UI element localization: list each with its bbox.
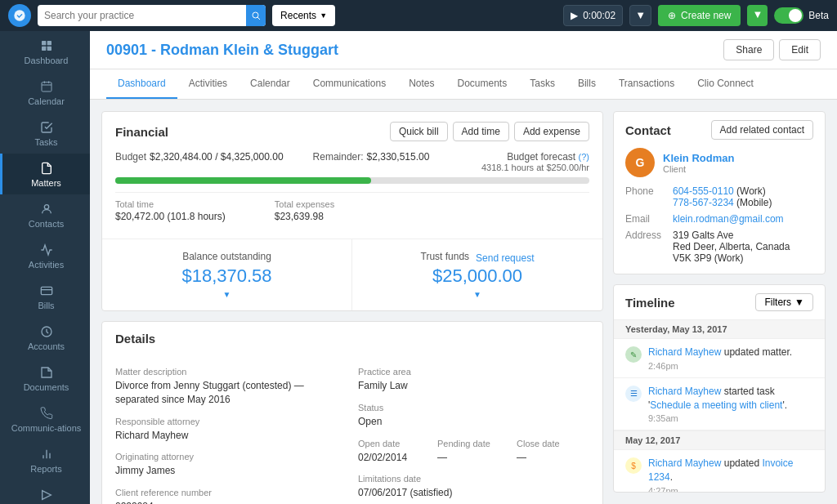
svg-rect-5 xyxy=(42,47,46,51)
tab-activities[interactable]: Activities xyxy=(177,69,239,99)
dates-group: Open date 02/02/2014 Pending date — Clos… xyxy=(358,439,589,465)
sidebar-item-bills[interactable]: Bills xyxy=(0,276,90,317)
beta-toggle-switch[interactable] xyxy=(774,7,803,24)
tab-communications[interactable]: Communications xyxy=(302,69,397,99)
contact-title: Contact xyxy=(625,123,671,137)
timeline-title: Timeline xyxy=(625,296,675,310)
budget-progress-bar xyxy=(115,177,589,184)
recents-button[interactable]: Recents ▼ xyxy=(272,5,335,26)
email-link[interactable]: klein.rodman@gmail.com xyxy=(673,213,784,225)
beta-toggle: Beta xyxy=(774,7,829,24)
pending-date-group: Pending date — xyxy=(437,439,510,465)
address-label: Address xyxy=(625,230,666,264)
add-related-contact-button[interactable]: Add related contact xyxy=(711,120,813,140)
close-date-group: Close date — xyxy=(517,439,589,465)
tab-documents[interactable]: Documents xyxy=(446,69,519,99)
sidebar-item-activities[interactable]: Activities xyxy=(0,235,90,276)
balance-outstanding-title: Balance outstanding xyxy=(115,251,338,262)
client-ref-label: Client reference number xyxy=(115,488,347,497)
tab-calendar[interactable]: Calendar xyxy=(239,69,302,99)
status-group: Status Open xyxy=(358,403,589,429)
svg-rect-3 xyxy=(42,41,46,45)
tab-transactions[interactable]: Transactions xyxy=(607,69,686,99)
tab-clio-connect[interactable]: Clio Connect xyxy=(686,69,765,99)
timeline-event-1: ✎ Richard Mayhew updated matter. 2:46pm xyxy=(614,339,825,378)
edit-button[interactable]: Edit xyxy=(779,39,821,60)
timer-caret-button[interactable]: ▼ xyxy=(629,5,651,26)
toggle-knob xyxy=(789,9,802,22)
details-card: Details Matter description Divorce from … xyxy=(101,321,603,504)
event-1-person-link[interactable]: Richard Mayhew xyxy=(648,346,721,358)
sidebar-item-tasks[interactable]: Tasks xyxy=(0,113,90,154)
phone-label: Phone xyxy=(625,185,666,208)
sidebar-item-matters[interactable]: Matters xyxy=(0,154,90,194)
originating-attorney-label: Originating attorney xyxy=(115,452,347,462)
sidebar-item-communications[interactable]: Communic-ations xyxy=(0,399,90,439)
sidebar-label-accounts: Accounts xyxy=(28,341,65,351)
filters-button[interactable]: Filters ▼ xyxy=(755,293,813,311)
tab-bills[interactable]: Bills xyxy=(566,69,607,99)
tab-notes[interactable]: Notes xyxy=(397,69,445,99)
sidebar-item-reports[interactable]: Reports xyxy=(0,439,90,480)
content-area: 00901 - Rodman Klein & Stuggart Share Ed… xyxy=(90,31,837,504)
share-button[interactable]: Share xyxy=(723,39,774,60)
progress-fill xyxy=(115,177,371,184)
timeline-event-2: ☰ Richard Mayhew started task 'Schedule … xyxy=(614,378,825,431)
trust-funds-amount[interactable]: $25,000.00 xyxy=(365,265,589,287)
sidebar-item-documents[interactable]: Documents xyxy=(0,358,90,399)
create-new-button[interactable]: ⊕ Create new xyxy=(658,5,741,26)
financial-card: Financial Quick bill Add time Add expens… xyxy=(101,111,603,311)
timer-display[interactable]: ▶ 0:00:02 xyxy=(563,5,623,26)
event-3-content: Richard Mayhew updated Invoice 1234. 4:2… xyxy=(648,457,813,492)
sidebar-item-dashboard[interactable]: Dashboard xyxy=(0,31,90,72)
remainder-label: Remainder: xyxy=(313,151,364,163)
event-2-content: Richard Mayhew started task 'Schedule a … xyxy=(648,385,813,424)
trust-funds-box: Trust funds Send request $25,000.00 ▼ xyxy=(352,239,602,310)
sidebar-item-calendar[interactable]: Calendar xyxy=(0,72,90,113)
limitations-date-group: Limitations date 07/06/2017 (satisfied) xyxy=(358,474,589,500)
add-expense-button[interactable]: Add expense xyxy=(514,122,589,141)
event-2-person-link[interactable]: Richard Mayhew xyxy=(648,386,721,397)
originating-attorney-value: Jimmy James xyxy=(115,464,347,478)
phone-work-link[interactable]: 604-555-0110 xyxy=(673,185,734,197)
sidebar-label-activities: Activities xyxy=(29,260,64,270)
address-line1: 319 Galts Ave xyxy=(673,230,790,241)
sidebar-item-accounts[interactable]: Accounts xyxy=(0,317,90,358)
tabs-bar: Dashboard Activities Calendar Communicat… xyxy=(90,69,837,100)
trust-funds-caret-icon[interactable]: ▼ xyxy=(365,290,589,299)
forecast-label: Budget forecast xyxy=(507,151,575,163)
total-time-item: Total time $20,472.00 (101.8 hours) xyxy=(115,199,226,222)
tab-tasks[interactable]: Tasks xyxy=(518,69,566,99)
practice-area-group: Practice area Family Law xyxy=(358,367,589,393)
phone-mobile-link[interactable]: 778-567-3234 xyxy=(673,197,734,208)
left-column: Financial Quick bill Add time Add expens… xyxy=(101,111,603,493)
contact-details: Phone 604-555-0110 (Work) 778-567-3234 (… xyxy=(625,185,813,264)
search-button[interactable] xyxy=(246,5,266,26)
quick-bill-button[interactable]: Quick bill xyxy=(390,122,448,141)
app-logo[interactable] xyxy=(8,4,31,27)
search-input[interactable] xyxy=(44,10,246,21)
svg-rect-7 xyxy=(42,83,51,91)
sidebar-item-campaigns[interactable]: Campaigns xyxy=(0,480,90,504)
contact-avatar: G xyxy=(625,148,655,177)
create-new-caret[interactable]: ▼ xyxy=(747,5,768,26)
contact-card: Contact Add related contact G Klein Rodm… xyxy=(613,111,826,274)
remainder-amount: $2,330,515.00 xyxy=(367,151,430,163)
balance-outstanding-caret-icon[interactable]: ▼ xyxy=(115,290,338,299)
status-label: Status xyxy=(358,403,589,413)
pending-date-value: — xyxy=(437,451,510,465)
sidebar-item-contacts[interactable]: Contacts xyxy=(0,194,90,235)
phone-values: 604-555-0110 (Work) 778-567-3234 (Mobile… xyxy=(673,185,772,208)
limitations-date-value: 07/06/2017 (satisfied) xyxy=(358,486,589,500)
matter-description-value: Divorce from Jenny Stuggart (contested) … xyxy=(115,379,347,407)
event-3-person-link[interactable]: Richard Mayhew xyxy=(648,457,721,469)
forecast-help-icon[interactable]: (?) xyxy=(579,152,589,162)
sidebar-label-bills: Bills xyxy=(38,301,54,310)
balance-outstanding-amount[interactable]: $18,370.58 xyxy=(115,265,338,287)
tab-dashboard[interactable]: Dashboard xyxy=(106,69,177,99)
contact-name[interactable]: Klein Rodman xyxy=(663,152,734,164)
add-time-button[interactable]: Add time xyxy=(453,122,509,141)
limitations-date-label: Limitations date xyxy=(358,474,589,484)
event-2-task-link[interactable]: Schedule a meeting with client xyxy=(650,399,782,411)
send-request-link[interactable]: Send request xyxy=(476,252,534,264)
